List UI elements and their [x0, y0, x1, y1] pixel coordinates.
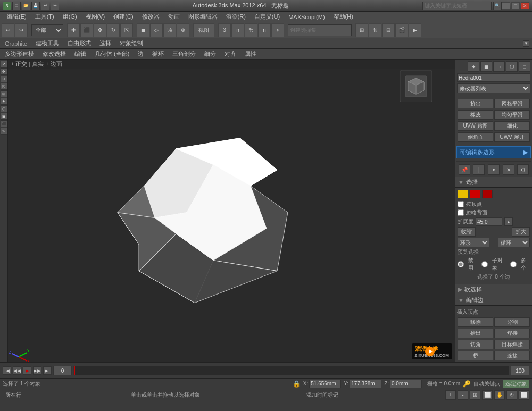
- select-region-button[interactable]: ⬛: [80, 23, 93, 37]
- tool1[interactable]: 3: [218, 23, 231, 37]
- extrude-edge-btn[interactable]: 抬出: [458, 329, 493, 338]
- target-weld-btn[interactable]: 目标焊接: [494, 340, 530, 349]
- poly-smooth-btn[interactable]: 均匀平滑: [494, 110, 530, 120]
- object-name-input[interactable]: [457, 73, 530, 82]
- lt-btn-7[interactable]: ⬡: [1, 105, 7, 112]
- uvw-map-btn[interactable]: UVW 贴图: [458, 121, 493, 131]
- lt-btn-2[interactable]: ✥: [1, 68, 7, 75]
- spinner-snap-button[interactable]: ⊕: [177, 23, 189, 37]
- disable-radio[interactable]: [458, 261, 464, 267]
- subdivide-btn[interactable]: 细分: [202, 49, 218, 58]
- zoom-in-btn[interactable]: +: [445, 390, 456, 400]
- properties-btn[interactable]: 属性: [243, 49, 259, 58]
- weld-btn[interactable]: 焊接: [494, 329, 530, 338]
- zoom-extent-btn[interactable]: ⊞: [470, 390, 480, 400]
- tool3[interactable]: %: [245, 23, 257, 37]
- modifier-list-select[interactable]: 修改器列表: [457, 83, 530, 93]
- open-icon[interactable]: 📂: [22, 2, 30, 10]
- timeline-track[interactable]: [73, 366, 509, 375]
- menu-help[interactable]: 帮助(H): [329, 12, 358, 22]
- play-btn[interactable]: ▶: [23, 366, 31, 375]
- menu-maxscript[interactable]: MAXScript(M): [284, 13, 329, 21]
- add-time-tag[interactable]: 添加时间标记: [306, 391, 338, 399]
- array-button[interactable]: ⊟: [382, 23, 395, 37]
- split-btn[interactable]: 分割: [494, 317, 530, 327]
- next-key-btn[interactable]: ▶▶: [33, 366, 41, 375]
- soft-selection-toggle[interactable]: ▶ 软选择: [455, 284, 532, 295]
- modify-selection-btn[interactable]: 修改选择: [40, 49, 68, 58]
- lt-btn-6[interactable]: ✦: [1, 98, 7, 105]
- remove-mod-icon[interactable]: ✕: [503, 164, 514, 175]
- lt-btn-8[interactable]: ▣: [1, 113, 7, 120]
- zoom-region-btn[interactable]: ⬜: [482, 390, 493, 400]
- threshold-spinner[interactable]: ▲: [504, 217, 513, 226]
- menu-create[interactable]: 创建(C): [109, 12, 137, 22]
- bridge-btn[interactable]: 桥: [458, 351, 493, 360]
- tool5[interactable]: ⌖: [271, 23, 284, 37]
- search-icon[interactable]: 🔍: [493, 2, 502, 10]
- align-btn[interactable]: 对齐: [222, 49, 238, 58]
- sub-obj-radio[interactable]: [481, 261, 488, 267]
- modeling-tools-btn[interactable]: 建模工具: [34, 39, 61, 48]
- viewport[interactable]: + 正交 | 真实 + 边面: [8, 60, 455, 362]
- lock-icon[interactable]: 🔒: [293, 380, 301, 388]
- tessellate-btn[interactable]: 细化: [494, 121, 530, 131]
- grow-btn[interactable]: 扩大: [512, 227, 530, 237]
- tool2[interactable]: n: [231, 23, 244, 37]
- triangulate-btn[interactable]: 三角剖分: [170, 49, 198, 58]
- ring-dropdown[interactable]: 环形: [458, 238, 489, 247]
- orbit-btn[interactable]: ↻: [506, 390, 517, 400]
- rp-icon-1[interactable]: ✦: [468, 61, 479, 72]
- redo-button[interactable]: ↪: [15, 23, 28, 37]
- view-button[interactable]: 视图: [193, 23, 214, 37]
- y-input[interactable]: [350, 380, 381, 388]
- edge-color-box[interactable]: [470, 190, 480, 198]
- angle-snap-button[interactable]: ◇: [150, 23, 163, 37]
- mesh-smooth-btn[interactable]: 网格平滑: [494, 99, 530, 108]
- rp-icon-2[interactable]: ◼: [480, 61, 492, 72]
- render-button[interactable]: ▶: [409, 23, 421, 37]
- menu-edit[interactable]: 编辑(E): [3, 12, 31, 22]
- select-object-button[interactable]: ✚: [67, 23, 80, 37]
- menu-modifiers[interactable]: 修改器: [138, 12, 164, 22]
- lt-btn-5[interactable]: ⊞: [1, 90, 7, 97]
- end-frame-input[interactable]: [511, 366, 529, 375]
- object-paint-btn[interactable]: 对象绘制: [118, 39, 145, 48]
- menu-animation[interactable]: 动画: [164, 12, 184, 22]
- loop-dropdown[interactable]: 循环: [498, 238, 530, 247]
- minimize-button[interactable]: ─: [502, 2, 510, 10]
- select-mode-btn[interactable]: 选定对象: [503, 380, 529, 388]
- editable-poly-item[interactable]: 可编辑多边形 ▶: [456, 146, 531, 158]
- menu-tools[interactable]: 工具(T): [31, 12, 59, 22]
- align-button[interactable]: ⊞: [355, 23, 368, 37]
- show-icon[interactable]: |: [473, 164, 485, 175]
- chamfer-edge-btn[interactable]: 切角: [458, 340, 493, 349]
- vertex-color-box[interactable]: [458, 190, 468, 198]
- pan-btn[interactable]: ✋: [494, 390, 505, 400]
- loop-btn[interactable]: 循环: [150, 49, 166, 58]
- lt-btn-4[interactable]: ⇱: [1, 83, 7, 90]
- menu-customize[interactable]: 自定义(U): [250, 12, 284, 22]
- menu-render[interactable]: 渲染(R): [222, 12, 250, 22]
- percent-snap-button[interactable]: %: [163, 23, 176, 37]
- lt-btn-10[interactable]: ✎: [1, 128, 7, 135]
- lt-btn-3[interactable]: ↺: [1, 76, 7, 82]
- connect-btn[interactable]: 连接: [494, 351, 530, 360]
- push-btn[interactable]: 挤出: [458, 99, 493, 108]
- menu-view[interactable]: 视图(V): [81, 12, 110, 22]
- current-frame-input[interactable]: [53, 366, 72, 375]
- select-all-dropdown[interactable]: 全部: [31, 24, 63, 36]
- undo-icon[interactable]: ↩: [41, 2, 49, 10]
- rotate-button[interactable]: ↻: [107, 23, 120, 37]
- ignore-backfacing-check[interactable]: [458, 209, 464, 216]
- menu-graph-editors[interactable]: 图形编辑器: [184, 12, 222, 22]
- render-scene-button[interactable]: 🎬: [395, 23, 408, 37]
- menu-group[interactable]: 组(G): [59, 12, 81, 22]
- shrink-btn[interactable]: 收缩: [458, 227, 476, 237]
- chamfer-btn[interactable]: 倒角面: [458, 132, 493, 142]
- selection-btn[interactable]: 选择: [97, 39, 113, 48]
- save-icon[interactable]: 💾: [31, 2, 40, 10]
- z-input[interactable]: [390, 380, 422, 388]
- new-icon[interactable]: □: [12, 2, 21, 10]
- selection-section-toggle[interactable]: ▼ 选择: [455, 177, 532, 188]
